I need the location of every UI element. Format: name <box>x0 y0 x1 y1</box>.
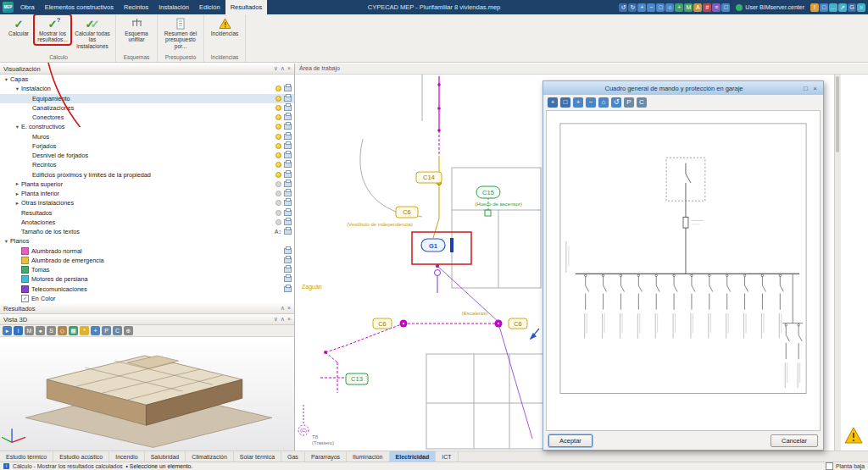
visibility-bulb-icon[interactable] <box>275 86 281 91</box>
zoom-window-icon[interactable]: □ <box>560 97 570 108</box>
zoom-icon[interactable]: + <box>91 326 100 335</box>
vertical-scrollbar[interactable] <box>834 75 841 451</box>
visibility-bulb-icon[interactable] <box>275 181 281 187</box>
tree-item[interactable]: ▸ Otras instalaciones <box>0 198 294 207</box>
expander-icon[interactable]: ▾ <box>14 124 21 130</box>
menu-item[interactable]: Edición <box>194 0 225 14</box>
plant-checkbox[interactable] <box>826 462 833 470</box>
print-layer-icon[interactable] <box>284 191 292 196</box>
menu-item[interactable]: Instalación <box>153 0 194 14</box>
tree-item[interactable]: Recintos <box>0 160 294 169</box>
zoom-out-icon[interactable]: − <box>586 97 596 108</box>
panel-label-g1[interactable]: G1 <box>429 242 437 250</box>
module-tab[interactable]: Incendio <box>109 451 144 462</box>
module-tab[interactable]: ICT <box>436 451 458 462</box>
layers-icon[interactable]: ≡ <box>712 3 721 12</box>
tree-item[interactable]: Tamaño de los textos A↕ <box>0 227 294 236</box>
tree-item[interactable]: Alumbrado de emergencia <box>0 256 294 265</box>
warnings-button[interactable] <box>844 427 863 445</box>
print-layer-icon[interactable] <box>284 114 292 120</box>
select-icon[interactable]: ▸ <box>3 326 12 335</box>
expander-icon[interactable]: ▾ <box>3 238 10 245</box>
cloud-icon[interactable]: ≈ <box>857 3 865 12</box>
print-layer-icon[interactable] <box>284 162 292 168</box>
close-icon[interactable]: × <box>810 85 820 92</box>
close-icon[interactable]: × <box>287 305 291 312</box>
scrollbar-thumb[interactable] <box>836 76 839 152</box>
expander-icon[interactable]: ▾ <box>14 86 21 92</box>
tree-item[interactable]: ▾ Instalación <box>0 84 294 93</box>
module-tab[interactable]: Estudio acústico <box>53 451 109 462</box>
pan-icon[interactable]: + <box>675 3 683 12</box>
calculate-all-button[interactable]: ✓✓ Calcular todas las instalaciones <box>72 15 113 50</box>
print-layer-icon[interactable] <box>284 219 292 225</box>
views-icon[interactable]: □ <box>721 3 730 12</box>
tree-item[interactable]: ▾ Planos <box>0 236 294 246</box>
light-icon[interactable]: * <box>80 326 89 335</box>
warning-icon[interactable]: ! <box>810 3 819 12</box>
visibility-bulb-icon[interactable] <box>275 200 281 206</box>
measure-icon[interactable]: M <box>25 326 34 335</box>
zoom-in-icon[interactable]: + <box>637 3 646 12</box>
print-layer-icon[interactable] <box>284 134 292 140</box>
previous-zoom-icon[interactable]: ↺ <box>611 97 621 108</box>
visibility-bulb-icon[interactable] <box>275 162 281 168</box>
share-icon[interactable]: ↗ <box>838 3 847 12</box>
print-layer-icon[interactable] <box>284 96 292 102</box>
module-tab[interactable]: Gas <box>281 451 305 462</box>
expander-icon[interactable]: ▸ <box>14 180 21 187</box>
print-layer-icon[interactable] <box>284 86 292 91</box>
tree-item[interactable]: Resultados <box>0 208 294 218</box>
show-results-button[interactable]: ✓? Mostrar los resultados... <box>35 15 70 44</box>
maximize-icon[interactable]: □ <box>801 85 810 92</box>
section-icon[interactable]: S <box>47 326 56 335</box>
tree-item[interactable]: Desnivel de forjados <box>0 151 294 160</box>
visibility-bulb-icon[interactable] <box>275 210 281 216</box>
views-icon[interactable]: ◇ <box>58 326 67 335</box>
print-layer-icon[interactable] <box>284 210 292 216</box>
print-icon[interactable]: P <box>624 97 634 108</box>
module-tab[interactable]: Estudio térmico <box>0 451 53 462</box>
tree-item[interactable]: Muros <box>0 132 294 141</box>
visibility-bulb-icon[interactable] <box>275 96 281 102</box>
cancel-button[interactable]: Cancelar <box>771 434 818 447</box>
text-icon[interactable]: A <box>693 3 702 12</box>
dock-icon[interactable]: ∧ <box>281 305 285 312</box>
menu-item[interactable]: Resultados <box>225 0 268 14</box>
tree-item[interactable]: Edificios próximos y límites de la propi… <box>0 170 294 180</box>
expander-icon[interactable]: ▸ <box>14 191 21 197</box>
menu-item[interactable]: Recintos <box>119 0 153 14</box>
budget-summary-button[interactable]: Resumen del presupuesto por... <box>160 15 201 50</box>
tree-item[interactable]: Conectores <box>0 113 294 122</box>
tree-item[interactable]: Tomas <box>0 265 294 274</box>
user-chip[interactable]: User BIMserver.center <box>736 4 804 11</box>
tree-item[interactable]: Canalizaciones <box>0 103 294 113</box>
menu-item[interactable]: Elementos constructivos <box>40 0 119 14</box>
panel-symbol[interactable] <box>450 238 453 252</box>
tree-item[interactable]: Telecomunicaciones <box>0 285 294 294</box>
settings-icon[interactable]: ⊕ <box>124 326 133 335</box>
tree-item[interactable]: Alumbrado normal <box>0 246 294 256</box>
visibility-bulb-icon[interactable] <box>275 152 281 158</box>
capture-icon[interactable]: C <box>637 97 647 108</box>
print-icon[interactable]: P <box>102 326 111 335</box>
circuit-label-c14[interactable]: C14 <box>423 174 435 181</box>
dock-icon[interactable]: ∧ <box>281 316 285 323</box>
zoom-all-icon[interactable]: ⌂ <box>665 3 674 12</box>
redo-icon[interactable]: ↻ <box>628 3 637 12</box>
dock-icon[interactable]: ∧ <box>281 65 285 72</box>
info-icon[interactable]: i <box>14 326 23 335</box>
visibility-bulb-icon[interactable] <box>275 143 281 149</box>
view3d-viewport[interactable] <box>0 337 294 451</box>
print-layer-icon[interactable] <box>284 229 292 235</box>
screens-icon[interactable]: □ <box>820 3 828 12</box>
close-icon[interactable]: × <box>287 316 291 323</box>
tree-item[interactable]: ▸ Planta superior <box>0 180 294 189</box>
zoom-out-icon[interactable]: − <box>647 3 655 12</box>
print-layer-icon[interactable] <box>284 267 292 273</box>
sync-icon[interactable]: ↺ <box>619 3 627 12</box>
tree-item[interactable]: ▾ Capas <box>0 75 294 84</box>
visibility-bulb-icon[interactable] <box>275 172 281 178</box>
print-layer-icon[interactable] <box>284 181 292 187</box>
visibility-bulb-icon[interactable] <box>275 114 281 120</box>
